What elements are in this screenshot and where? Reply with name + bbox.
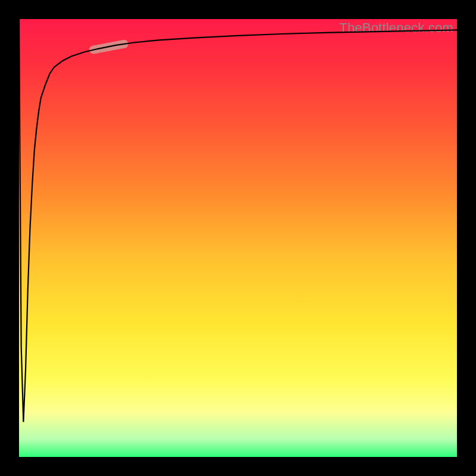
attribution-label: TheBottleneck.com (339, 20, 453, 36)
highlight-segment (93, 44, 124, 50)
bottleneck-curve (19, 19, 457, 422)
chart-frame: TheBottleneck.com (0, 0, 476, 476)
curve-layer (19, 19, 457, 457)
plot-area: TheBottleneck.com (19, 19, 457, 457)
